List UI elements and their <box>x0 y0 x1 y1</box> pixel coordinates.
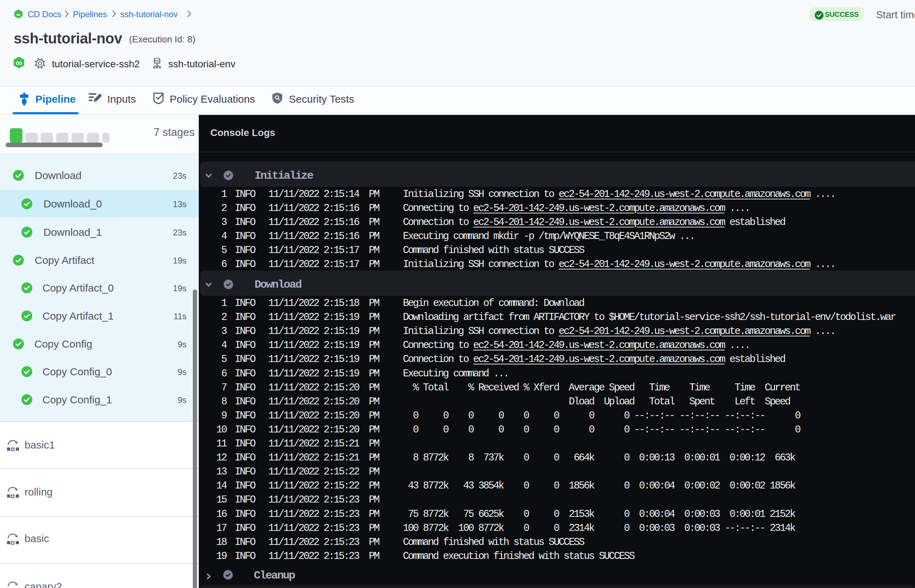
svg-text:∞: ∞ <box>16 11 20 17</box>
svg-text:∞: ∞ <box>16 58 23 68</box>
